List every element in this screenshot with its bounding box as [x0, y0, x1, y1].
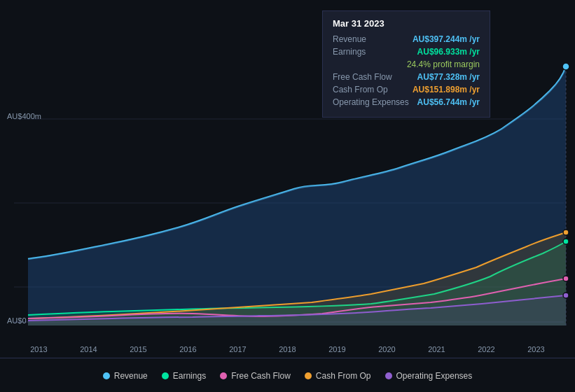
legend-dot-opex	[385, 372, 392, 379]
x-axis: 2013 2014 2015 2016 2017 2018 2019 2020 …	[0, 345, 575, 354]
svg-point-7	[563, 239, 569, 244]
svg-point-6	[562, 63, 569, 70]
legend-label-cashop: Cash From Op	[316, 371, 371, 381]
chart-container: AU$400m AU$0 Mar 31 2023 Revenue AU$397.…	[0, 0, 575, 392]
x-label-2023: 2023	[527, 345, 544, 354]
legend-divider	[0, 358, 575, 358]
svg-point-9	[563, 276, 569, 281]
x-label-2015: 2015	[130, 345, 146, 354]
tooltip-value-earnings: AU$96.933m /yr	[417, 47, 480, 57]
legend-dot-earnings	[162, 372, 169, 379]
legend-label-earnings: Earnings	[173, 371, 206, 381]
svg-point-8	[563, 230, 569, 235]
legend-dot-cashop	[305, 372, 312, 379]
tooltip-row-cashop: Cash From Op AU$151.898m /yr	[333, 85, 480, 94]
x-label-2022: 2022	[478, 345, 494, 354]
chart-legend: Revenue Earnings Free Cash Flow Cash Fro…	[0, 367, 575, 385]
x-label-2020: 2020	[378, 345, 395, 354]
tooltip-value-fcf: AU$77.328m /yr	[417, 72, 480, 82]
tooltip-value-cashop: AU$151.898m /yr	[413, 85, 480, 94]
tooltip-label-fcf: Free Cash Flow	[333, 72, 410, 82]
tooltip-row-revenue: Revenue AU$397.244m /yr	[333, 34, 480, 44]
legend-item-earnings[interactable]: Earnings	[162, 371, 206, 381]
x-label-2017: 2017	[229, 345, 246, 354]
legend-item-opex[interactable]: Operating Expenses	[385, 371, 473, 381]
x-label-2021: 2021	[428, 345, 445, 354]
x-label-2019: 2019	[328, 345, 345, 354]
tooltip-row-opex: Operating Expenses AU$56.744m /yr	[333, 97, 480, 107]
legend-label-fcf: Free Cash Flow	[231, 371, 291, 381]
legend-label-revenue: Revenue	[114, 371, 148, 381]
chart-tooltip: Mar 31 2023 Revenue AU$397.244m /yr Earn…	[322, 10, 490, 118]
tooltip-label-cashop: Cash From Op	[333, 85, 410, 94]
legend-label-opex: Operating Expenses	[396, 371, 473, 381]
x-label-2013: 2013	[30, 345, 47, 354]
tooltip-value-opex: AU$56.744m /yr	[417, 97, 480, 107]
x-label-2018: 2018	[279, 345, 296, 354]
svg-point-10	[563, 293, 569, 298]
legend-dot-revenue	[103, 372, 110, 379]
tooltip-profit-margin-row: 24.4% profit margin	[333, 59, 480, 69]
x-label-2014: 2014	[80, 345, 97, 354]
tooltip-label-revenue: Revenue	[333, 34, 410, 44]
tooltip-label-earnings: Earnings	[333, 47, 410, 57]
legend-dot-fcf	[220, 372, 227, 379]
legend-item-cashop[interactable]: Cash From Op	[305, 371, 371, 381]
tooltip-profit-margin: 24.4% profit margin	[407, 59, 480, 69]
y-axis-top-label: AU$400m	[7, 112, 41, 120]
legend-item-fcf[interactable]: Free Cash Flow	[220, 371, 291, 381]
legend-item-revenue[interactable]: Revenue	[103, 371, 148, 381]
tooltip-row-earnings: Earnings AU$96.933m /yr	[333, 47, 480, 57]
tooltip-label-opex: Operating Expenses	[333, 97, 410, 107]
tooltip-row-fcf: Free Cash Flow AU$77.328m /yr	[333, 72, 480, 82]
tooltip-title: Mar 31 2023	[333, 18, 480, 29]
x-label-2016: 2016	[179, 345, 196, 354]
y-axis-bottom-label: AU$0	[7, 316, 27, 325]
tooltip-value-revenue: AU$397.244m /yr	[413, 34, 480, 44]
